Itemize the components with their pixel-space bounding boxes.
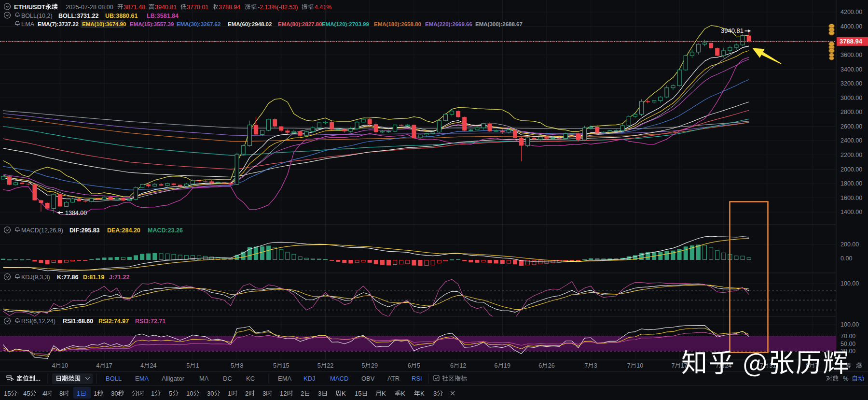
svg-text:29: 29 xyxy=(371,362,378,369)
svg-text:19: 19 xyxy=(504,362,510,369)
svg-text:1: 1 xyxy=(228,390,231,397)
svg-text:5: 5 xyxy=(362,362,365,369)
svg-text:EMA: EMA xyxy=(135,375,149,382)
svg-text:K: K xyxy=(420,390,425,397)
svg-text:2600.00: 2600.00 xyxy=(840,123,862,130)
svg-text:10: 10 xyxy=(61,362,68,369)
svg-text:10: 10 xyxy=(186,390,193,397)
svg-text:4.41%: 4.41% xyxy=(315,4,331,11)
svg-text:12: 12 xyxy=(280,390,287,397)
svg-text:22: 22 xyxy=(327,362,333,369)
svg-text:UB:3880.61: UB:3880.61 xyxy=(105,13,138,19)
svg-text:3940.81: 3940.81 xyxy=(155,4,177,11)
svg-text:BOLL:3731.22: BOLL:3731.22 xyxy=(58,13,98,19)
svg-text:2: 2 xyxy=(301,390,304,397)
svg-text:6: 6 xyxy=(450,362,454,369)
svg-text:3770.01: 3770.01 xyxy=(187,4,208,11)
svg-text:6: 6 xyxy=(408,362,411,369)
svg-text:4200.00: 4200.00 xyxy=(840,9,862,15)
svg-text:8: 8 xyxy=(59,390,63,397)
svg-text:200.00: 200.00 xyxy=(840,241,859,248)
svg-text:RSI2:74.97: RSI2:74.97 xyxy=(98,318,129,325)
svg-text:EMA(180):2658.80: EMA(180):2658.80 xyxy=(374,21,421,27)
svg-text:K: K xyxy=(382,390,386,397)
svg-text:7: 7 xyxy=(585,362,588,369)
svg-text:ATR: ATR xyxy=(387,375,400,382)
svg-text:5: 5 xyxy=(417,362,420,369)
svg-text:EMA(15):3557.39: EMA(15):3557.39 xyxy=(130,21,174,27)
svg-text:MACD(12,26,9): MACD(12,26,9) xyxy=(21,227,63,234)
svg-text:26: 26 xyxy=(548,362,555,369)
svg-text:3200.00: 3200.00 xyxy=(840,80,862,87)
svg-text:EMA(80):2827.80: EMA(80):2827.80 xyxy=(278,21,322,27)
svg-text:BOLL: BOLL xyxy=(106,375,122,382)
svg-text:3871.48: 3871.48 xyxy=(124,4,145,11)
svg-text:50.00: 50.00 xyxy=(840,341,855,347)
svg-text:2: 2 xyxy=(245,390,248,397)
svg-text:0.00: 0.00 xyxy=(840,255,852,262)
svg-text:Alligator: Alligator xyxy=(162,375,185,382)
svg-text:KDJ(9,3,3): KDJ(9,3,3) xyxy=(21,274,50,281)
svg-text:2400.00: 2400.00 xyxy=(840,137,862,144)
svg-text:1800.00: 1800.00 xyxy=(840,180,862,187)
svg-text:1: 1 xyxy=(77,390,80,397)
svg-text:1: 1 xyxy=(151,390,154,397)
svg-text:30.00: 30.00 xyxy=(840,348,855,355)
svg-text:3940.81: 3940.81 xyxy=(721,27,744,34)
svg-text:EMA(30):3267.62: EMA(30):3267.62 xyxy=(177,21,220,27)
svg-text:EMA: EMA xyxy=(21,21,35,28)
svg-text:2025-07-28 08:00: 2025-07-28 08:00 xyxy=(66,4,113,11)
svg-text:RSI1:68.60: RSI1:68.60 xyxy=(63,318,93,325)
svg-text:4: 4 xyxy=(42,390,46,397)
svg-text:DEA:284.20: DEA:284.20 xyxy=(107,227,140,234)
svg-text:3000.00: 3000.00 xyxy=(840,95,862,101)
svg-text:15: 15 xyxy=(355,390,361,397)
svg-text:17: 17 xyxy=(106,362,112,369)
svg-text:1: 1 xyxy=(196,362,199,369)
svg-text:70.00: 70.00 xyxy=(840,333,855,340)
svg-text:1384.00: 1384.00 xyxy=(65,210,87,216)
svg-text:DC: DC xyxy=(223,375,232,382)
svg-text:24: 24 xyxy=(150,362,157,369)
svg-text:7: 7 xyxy=(671,362,675,369)
svg-text:30: 30 xyxy=(207,390,214,397)
svg-text:EMA(300):2688.67: EMA(300):2688.67 xyxy=(475,21,523,27)
svg-text:5: 5 xyxy=(169,390,172,397)
svg-text:6: 6 xyxy=(538,362,542,369)
svg-text:EMA(220):2669.66: EMA(220):2669.66 xyxy=(425,21,472,27)
svg-text:EMA(7):3737.22: EMA(7):3737.22 xyxy=(38,21,79,27)
svg-text:%: % xyxy=(843,375,849,382)
svg-text:3: 3 xyxy=(594,362,597,369)
svg-text:K: K xyxy=(401,390,405,397)
svg-text:30: 30 xyxy=(111,390,118,397)
svg-text:RSI(6,12,24): RSI(6,12,24) xyxy=(21,318,55,325)
svg-text:RSI: RSI xyxy=(412,375,422,382)
svg-text:MACD: MACD xyxy=(330,375,348,382)
svg-text:...: ... xyxy=(35,375,41,382)
svg-text:D:81.19: D:81.19 xyxy=(83,274,105,281)
svg-text:K:77.86: K:77.86 xyxy=(57,274,79,281)
svg-text:3: 3 xyxy=(433,390,437,397)
svg-text:KC: KC xyxy=(246,375,255,382)
svg-text:1600.00: 1600.00 xyxy=(840,195,862,201)
svg-text:2000.00: 2000.00 xyxy=(840,166,862,173)
svg-text:EMA: EMA xyxy=(278,375,292,382)
svg-text:45: 45 xyxy=(23,390,30,397)
svg-text:4: 4 xyxy=(96,362,99,369)
svg-text:2200.00: 2200.00 xyxy=(840,152,862,158)
svg-text:4000.00: 4000.00 xyxy=(840,23,862,30)
svg-text:8: 8 xyxy=(240,362,243,369)
svg-text:4: 4 xyxy=(52,362,55,369)
svg-text:J:71.22: J:71.22 xyxy=(109,274,129,281)
svg-text:DIF:295.83: DIF:295.83 xyxy=(69,227,100,234)
svg-text:7: 7 xyxy=(627,362,631,369)
svg-text:2800.00: 2800.00 xyxy=(840,109,862,115)
svg-text:15: 15 xyxy=(283,362,289,369)
svg-text:1400.00: 1400.00 xyxy=(840,209,862,215)
svg-text:5: 5 xyxy=(273,362,276,369)
svg-text:BOLL(10,2): BOLL(10,2) xyxy=(21,13,53,19)
svg-text:LB:3581.84: LB:3581.84 xyxy=(147,13,179,19)
svg-text:-2.13%(-82.53): -2.13%(-82.53) xyxy=(258,4,298,11)
svg-text:RSI3:72.71: RSI3:72.71 xyxy=(135,318,165,325)
svg-text:EMA(60):2948.02: EMA(60):2948.02 xyxy=(228,21,272,27)
